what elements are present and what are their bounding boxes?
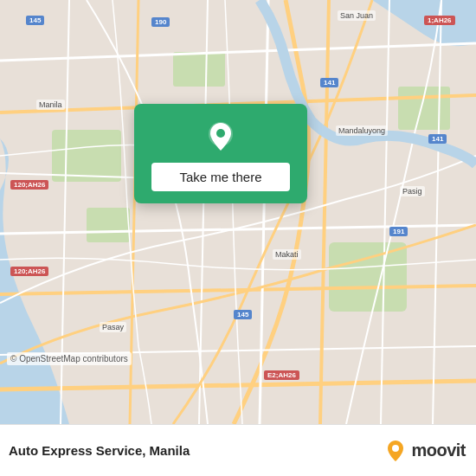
label-manila: Manila xyxy=(36,100,65,110)
badge-e2ah26: E2;AH26 xyxy=(264,370,299,380)
bottom-bar: Auto Express Service, Manila moovit xyxy=(0,424,476,476)
map-container: San Juan Manila Mandaluyong Makati Pasay… xyxy=(0,0,476,424)
badge-191: 191 xyxy=(389,227,408,236)
badge-141-right: 141 xyxy=(428,134,447,144)
svg-point-22 xyxy=(392,445,399,452)
place-info: Auto Express Service, Manila xyxy=(9,443,190,458)
svg-rect-4 xyxy=(87,208,130,242)
place-name: Auto Express Service, Manila xyxy=(9,443,190,458)
label-makati: Makati xyxy=(273,249,301,260)
label-pasig: Pasig xyxy=(400,186,425,196)
badge-145-mid: 145 xyxy=(234,310,252,319)
svg-rect-3 xyxy=(173,52,225,87)
moovit-logo: moovit xyxy=(383,439,466,463)
popup-card: Take me there xyxy=(134,104,307,203)
svg-rect-2 xyxy=(329,242,407,312)
take-me-there-button[interactable]: Take me there xyxy=(151,163,290,191)
location-pin-icon xyxy=(203,119,238,154)
svg-rect-1 xyxy=(52,130,121,182)
svg-point-21 xyxy=(216,129,225,138)
label-mandaluyong: Mandaluyong xyxy=(336,125,388,136)
label-pasay: Pasay xyxy=(100,322,126,332)
map-attribution: © OpenStreetMap contributors xyxy=(7,352,132,365)
badge-141-top: 141 xyxy=(320,78,338,87)
badge-1ah26: 1;AH26 xyxy=(424,16,455,25)
moovit-pin-icon xyxy=(383,439,408,463)
badge-120ah26-top: 120;AH26 xyxy=(10,180,48,190)
badge-145: 145 xyxy=(26,16,44,25)
label-san-juan: San Juan xyxy=(338,10,376,21)
moovit-brand-name: moovit xyxy=(411,441,466,460)
badge-120ah26-bot: 120;AH26 xyxy=(10,267,48,276)
badge-190: 190 xyxy=(151,17,170,27)
